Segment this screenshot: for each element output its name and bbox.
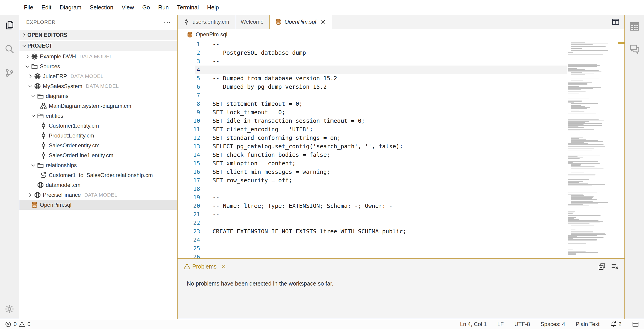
code-line[interactable]: 2-- PostgreSQL database dump [178, 48, 624, 57]
tree-item-open-editors[interactable]: OPEN EDITORS [19, 30, 177, 40]
code-line[interactable]: 11SET client_encoding = 'UTF8'; [178, 125, 624, 134]
tree-item-project[interactable]: PROJECT [19, 41, 177, 51]
minimap-line [568, 84, 588, 85]
tree-item-salesorder-entity-cm[interactable]: SalesOrder.entity.cm [19, 140, 177, 150]
code-line[interactable]: 23CREATE EXTENSION IF NOT EXISTS ltree W… [178, 227, 624, 236]
tree-item-relationships[interactable]: relationships [19, 160, 177, 170]
status-spaces-4[interactable]: Spaces: 4 [540, 321, 565, 328]
tree-item-label: Customer1.entity.cm [49, 123, 99, 129]
table-icon[interactable] [629, 21, 640, 32]
close-icon[interactable] [221, 264, 227, 270]
code-line[interactable]: 20-- Name: ltree; Type: EXTENSION; Schem… [178, 202, 624, 210]
menu-bar: FileEditDiagramSelectionViewGoRunTermina… [0, 0, 644, 15]
search-icon[interactable] [4, 44, 14, 54]
code-line[interactable]: 24 [178, 236, 624, 244]
code-line[interactable]: 17SET row_security = off; [178, 176, 624, 185]
panel-header: Problems [178, 259, 624, 274]
code-line[interactable]: 22 [178, 219, 624, 227]
code-editor[interactable]: 1--2-- PostgreSQL database dump3--45-- D… [178, 40, 624, 258]
minimap-line [568, 212, 574, 213]
line-text: SET idle_in_transaction_session_timeout … [212, 117, 365, 125]
menu-item-edit[interactable]: Edit [37, 4, 56, 11]
tree-item-maindiagram-system-diagram-cm[interactable]: MainDiagram.system-diagram.cm [19, 101, 177, 111]
tree-item-precisefinance[interactable]: PreciseFinanceDATA MODEL [19, 190, 177, 200]
source-control-icon[interactable] [4, 68, 14, 78]
tree-item-example-dwh[interactable]: Example DWHDATA MODEL [19, 51, 177, 61]
minimap-line [568, 65, 600, 66]
panel-layout-icon[interactable] [632, 321, 639, 328]
code-line[interactable]: 7 [178, 91, 624, 100]
collapse-all-icon[interactable] [598, 263, 606, 270]
tab-openpim-sql[interactable]: OpenPim.sql [270, 15, 332, 29]
code-line[interactable]: 26 [178, 253, 624, 258]
minimap-line [568, 183, 588, 184]
close-icon[interactable] [320, 19, 326, 25]
minimap-line [568, 156, 578, 157]
split-editor-icon[interactable] [612, 18, 620, 26]
minimap-line [568, 251, 586, 252]
tree-item-customer1-to-salesorder-relationship-cm[interactable]: Customer1_to_SalesOrder.relationship.cm [19, 170, 177, 180]
tab-problems[interactable]: Problems [184, 263, 227, 270]
code-line[interactable]: 4 [178, 65, 624, 74]
code-line[interactable]: 25 [178, 244, 624, 253]
minimap-line [568, 91, 586, 92]
menu-item-terminal[interactable]: Terminal [173, 4, 203, 11]
code-line[interactable]: 5-- Dumped from database version 15.2 [178, 74, 624, 82]
status-utf-8[interactable]: UTF-8 [514, 321, 530, 328]
tree-item-diagrams[interactable]: diagrams [19, 91, 177, 101]
minimap[interactable] [567, 42, 618, 258]
code-line[interactable]: 3-- [178, 57, 624, 65]
code-line[interactable]: 15SET xmloption = content; [178, 159, 624, 168]
more-actions-icon[interactable] [163, 18, 171, 26]
editor-actions [607, 15, 624, 29]
status-plain-text[interactable]: Plain Text [576, 321, 600, 328]
tree-item-mysalessystem[interactable]: MySalesSystemDATA MODEL [19, 81, 177, 91]
tree-item-entities[interactable]: entities [19, 111, 177, 121]
code-line[interactable]: 10SET idle_in_transaction_session_timeou… [178, 117, 624, 125]
breadcrumb[interactable]: OpenPim.sql [178, 29, 624, 40]
code-line[interactable]: 13SELECT pg_catalog.set_config('search_p… [178, 142, 624, 151]
code-line[interactable]: 19-- [178, 193, 624, 202]
problems-status[interactable]: 0 0 [5, 321, 30, 328]
status-ln-4-col-1[interactable]: Ln 4, Col 1 [460, 321, 487, 328]
code-line[interactable]: 14SET check_function_bodies = false; [178, 151, 624, 159]
code-line[interactable]: 21-- [178, 210, 624, 219]
menu-item-help[interactable]: Help [203, 4, 223, 11]
code-line[interactable]: 1-- [178, 40, 624, 48]
breadcrumb-label: OpenPim.sql [196, 31, 227, 38]
code-line[interactable]: 18 [178, 185, 624, 193]
menu-item-selection[interactable]: Selection [86, 4, 118, 11]
code-line[interactable]: 12SET standard_conforming_strings = on; [178, 134, 624, 142]
line-number: 6 [178, 82, 200, 91]
tab-users-entity-cm[interactable]: users.entity.cm [178, 15, 235, 29]
status-lf[interactable]: LF [497, 321, 504, 328]
menu-item-file[interactable]: File [20, 4, 37, 11]
code-line[interactable]: 8SET statement_timeout = 0; [178, 100, 624, 108]
menu-item-view[interactable]: View [118, 4, 138, 11]
notifications[interactable]: 2 [610, 321, 622, 328]
line-number: 1 [178, 40, 200, 48]
files-icon[interactable] [4, 20, 14, 30]
menu-item-diagram[interactable]: Diagram [56, 4, 85, 11]
error-icon [5, 321, 11, 328]
clear-list-icon[interactable] [611, 263, 618, 270]
tree-item-openpim-sql[interactable]: OpenPim.sql [19, 200, 177, 210]
tab-welcome[interactable]: Welcome [235, 15, 270, 29]
data-model-badge: DATA MODEL [86, 83, 119, 89]
menu-item-run[interactable]: Run [154, 4, 173, 11]
gear-icon[interactable] [4, 304, 14, 314]
editor-scrollbar[interactable] [618, 40, 624, 258]
tree-item-salesorderline1-entity-cm[interactable]: SalesOrderLine1.entity.cm [19, 150, 177, 160]
menu-item-go[interactable]: Go [138, 4, 154, 11]
bell-icon [610, 321, 617, 328]
tree-item-juiceerp[interactable]: JuiceERPDATA MODEL [19, 71, 177, 81]
code-line[interactable]: 6-- Dumped by pg_dump version 15.2 [178, 82, 624, 91]
code-line[interactable]: 16SET client_min_messages = warning; [178, 168, 624, 176]
comment-discussion-icon[interactable] [629, 44, 640, 54]
tree-item-sources[interactable]: Sources [19, 61, 177, 71]
tree-item-datamodel-cm[interactable]: datamodel.cm [19, 180, 177, 190]
tree-item-customer1-entity-cm[interactable]: Customer1.entity.cm [19, 121, 177, 131]
code-line[interactable]: 9SET lock_timeout = 0; [178, 108, 624, 117]
tree-item-product1-entity-cm[interactable]: Product1.entity.cm [19, 131, 177, 140]
scrollbar-thumb[interactable] [618, 42, 624, 44]
